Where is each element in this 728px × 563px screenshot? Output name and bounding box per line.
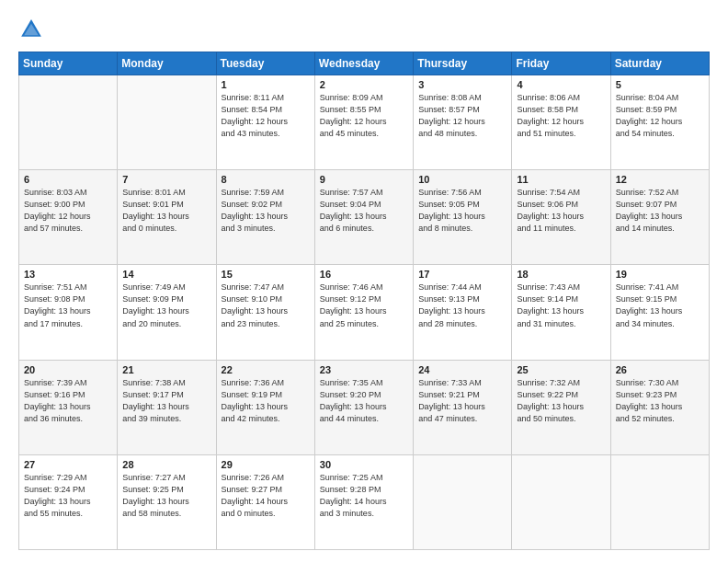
week-row-4: 27Sunrise: 7:29 AM Sunset: 9:24 PM Dayli… [19,454,710,549]
day-number: 10 [418,174,506,185]
day-cell: 15Sunrise: 7:47 AM Sunset: 9:10 PM Dayli… [216,265,314,360]
day-cell [19,75,118,170]
day-number: 4 [517,79,605,90]
day-info: Sunrise: 7:51 AM Sunset: 9:08 PM Dayligh… [24,282,112,329]
day-info: Sunrise: 7:41 AM Sunset: 9:15 PM Dayligh… [616,282,704,329]
day-number: 5 [616,79,704,90]
day-info: Sunrise: 7:59 AM Sunset: 9:02 PM Dayligh… [222,187,310,235]
day-number: 2 [320,79,408,90]
day-number: 27 [24,459,112,470]
day-cell: 28Sunrise: 7:27 AM Sunset: 9:25 PM Dayli… [118,454,216,549]
day-info: Sunrise: 7:36 AM Sunset: 9:19 PM Dayligh… [222,377,310,425]
day-info: Sunrise: 7:56 AM Sunset: 9:05 PM Dayligh… [418,187,506,235]
day-number: 12 [616,174,704,185]
day-number: 1 [222,79,310,90]
day-number: 26 [616,364,704,375]
day-number: 24 [418,364,506,375]
day-cell [512,454,610,549]
day-cell: 10Sunrise: 7:56 AM Sunset: 9:05 PM Dayli… [414,170,512,265]
weekday-header-wednesday: Wednesday [314,52,413,75]
day-info: Sunrise: 7:46 AM Sunset: 9:12 PM Dayligh… [320,282,408,329]
day-number: 20 [24,364,112,375]
weekday-header-monday: Monday [118,52,216,75]
day-cell: 11Sunrise: 7:54 AM Sunset: 9:06 PM Dayli… [512,170,610,265]
day-info: Sunrise: 8:06 AM Sunset: 8:58 PM Dayligh… [517,92,605,140]
day-info: Sunrise: 7:35 AM Sunset: 9:20 PM Dayligh… [320,377,408,425]
day-cell: 18Sunrise: 7:43 AM Sunset: 9:14 PM Dayli… [512,265,610,360]
day-cell: 5Sunrise: 8:04 AM Sunset: 8:59 PM Daylig… [610,75,709,170]
day-number: 9 [320,174,408,185]
logo [18,17,50,42]
day-cell: 26Sunrise: 7:30 AM Sunset: 9:23 PM Dayli… [610,360,709,454]
day-cell: 6Sunrise: 8:03 AM Sunset: 9:00 PM Daylig… [19,170,118,265]
weekday-header-thursday: Thursday [414,52,512,75]
logo-icon [18,17,44,42]
day-cell: 24Sunrise: 7:33 AM Sunset: 9:21 PM Dayli… [414,360,512,454]
day-info: Sunrise: 8:04 AM Sunset: 8:59 PM Dayligh… [616,92,704,140]
day-info: Sunrise: 7:44 AM Sunset: 9:13 PM Dayligh… [418,282,506,329]
day-cell: 17Sunrise: 7:44 AM Sunset: 9:13 PM Dayli… [414,265,512,360]
day-info: Sunrise: 7:54 AM Sunset: 9:06 PM Dayligh… [517,187,605,235]
day-number: 13 [24,269,112,280]
day-cell: 3Sunrise: 8:08 AM Sunset: 8:57 PM Daylig… [414,75,512,170]
day-number: 28 [122,459,210,470]
day-info: Sunrise: 7:30 AM Sunset: 9:23 PM Dayligh… [616,377,704,425]
day-number: 15 [222,269,310,280]
day-info: Sunrise: 7:32 AM Sunset: 9:22 PM Dayligh… [517,377,605,425]
day-number: 25 [517,364,605,375]
day-number: 11 [517,174,605,185]
day-number: 14 [122,269,210,280]
day-info: Sunrise: 7:29 AM Sunset: 9:24 PM Dayligh… [24,472,112,520]
day-info: Sunrise: 8:11 AM Sunset: 8:54 PM Dayligh… [222,92,310,140]
day-info: Sunrise: 7:38 AM Sunset: 9:17 PM Dayligh… [122,377,210,425]
day-cell: 30Sunrise: 7:25 AM Sunset: 9:28 PM Dayli… [314,454,413,549]
day-cell: 27Sunrise: 7:29 AM Sunset: 9:24 PM Dayli… [19,454,118,549]
page: SundayMondayTuesdayWednesdayThursdayFrid… [0,0,728,563]
day-number: 30 [320,459,408,470]
weekday-header-friday: Friday [512,52,610,75]
day-cell: 12Sunrise: 7:52 AM Sunset: 9:07 PM Dayli… [610,170,709,265]
day-cell: 29Sunrise: 7:26 AM Sunset: 9:27 PM Dayli… [216,454,314,549]
day-info: Sunrise: 8:08 AM Sunset: 8:57 PM Dayligh… [418,92,506,140]
day-cell [610,454,709,549]
week-row-2: 13Sunrise: 7:51 AM Sunset: 9:08 PM Dayli… [19,265,710,360]
day-number: 22 [222,364,310,375]
week-row-1: 6Sunrise: 8:03 AM Sunset: 9:00 PM Daylig… [19,170,710,265]
day-info: Sunrise: 7:57 AM Sunset: 9:04 PM Dayligh… [320,187,408,235]
day-cell: 8Sunrise: 7:59 AM Sunset: 9:02 PM Daylig… [216,170,314,265]
day-cell: 21Sunrise: 7:38 AM Sunset: 9:17 PM Dayli… [118,360,216,454]
day-info: Sunrise: 7:26 AM Sunset: 9:27 PM Dayligh… [222,472,310,520]
weekday-header-row: SundayMondayTuesdayWednesdayThursdayFrid… [19,52,710,75]
day-info: Sunrise: 7:25 AM Sunset: 9:28 PM Dayligh… [320,472,408,520]
day-number: 23 [320,364,408,375]
day-info: Sunrise: 7:27 AM Sunset: 9:25 PM Dayligh… [122,472,210,520]
day-cell: 14Sunrise: 7:49 AM Sunset: 9:09 PM Dayli… [118,265,216,360]
weekday-header-tuesday: Tuesday [216,52,314,75]
day-cell [414,454,512,549]
day-cell: 9Sunrise: 7:57 AM Sunset: 9:04 PM Daylig… [314,170,413,265]
day-info: Sunrise: 7:33 AM Sunset: 9:21 PM Dayligh… [418,377,506,425]
day-info: Sunrise: 8:01 AM Sunset: 9:01 PM Dayligh… [122,187,210,235]
day-info: Sunrise: 8:03 AM Sunset: 9:00 PM Dayligh… [24,187,112,235]
weekday-header-saturday: Saturday [610,52,709,75]
weekday-header-sunday: Sunday [19,52,118,75]
day-cell: 16Sunrise: 7:46 AM Sunset: 9:12 PM Dayli… [314,265,413,360]
day-info: Sunrise: 7:43 AM Sunset: 9:14 PM Dayligh… [517,282,605,329]
day-number: 6 [24,174,112,185]
day-number: 21 [122,364,210,375]
calendar-table: SundayMondayTuesdayWednesdayThursdayFrid… [18,52,710,550]
day-info: Sunrise: 7:47 AM Sunset: 9:10 PM Dayligh… [222,282,310,329]
day-number: 3 [418,79,506,90]
day-number: 17 [418,269,506,280]
day-cell: 2Sunrise: 8:09 AM Sunset: 8:55 PM Daylig… [314,75,413,170]
day-info: Sunrise: 8:09 AM Sunset: 8:55 PM Dayligh… [320,92,408,140]
day-cell: 20Sunrise: 7:39 AM Sunset: 9:16 PM Dayli… [19,360,118,454]
day-cell: 23Sunrise: 7:35 AM Sunset: 9:20 PM Dayli… [314,360,413,454]
day-number: 16 [320,269,408,280]
day-cell: 19Sunrise: 7:41 AM Sunset: 9:15 PM Dayli… [610,265,709,360]
day-number: 19 [616,269,704,280]
day-number: 8 [222,174,310,185]
day-info: Sunrise: 7:52 AM Sunset: 9:07 PM Dayligh… [616,187,704,235]
day-cell: 7Sunrise: 8:01 AM Sunset: 9:01 PM Daylig… [118,170,216,265]
week-row-0: 1Sunrise: 8:11 AM Sunset: 8:54 PM Daylig… [19,75,710,170]
